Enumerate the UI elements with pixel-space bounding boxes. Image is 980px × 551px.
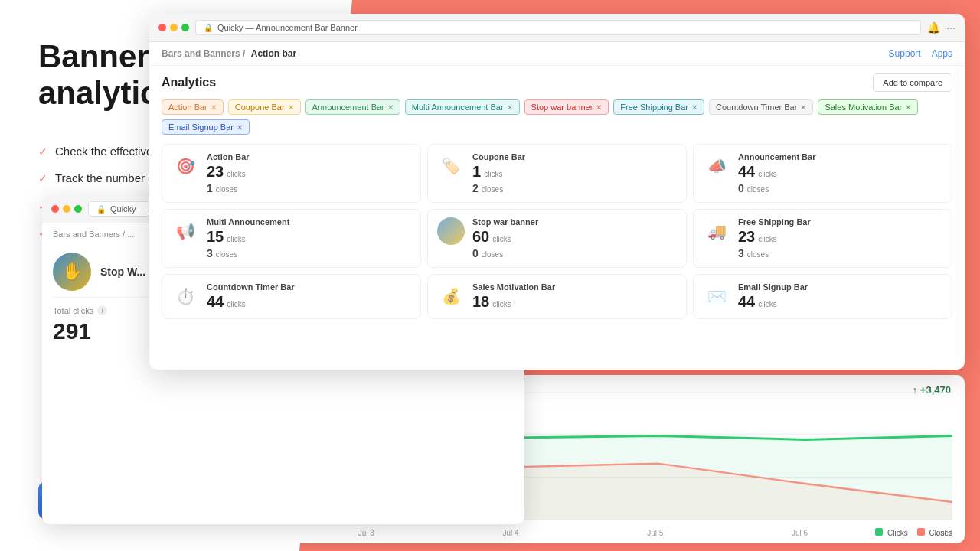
card-icon: 📣	[703, 152, 730, 180]
analytics-cards-grid: 🎯 Action Bar 23 clicks 1 closes	[162, 144, 952, 319]
window-controls	[51, 205, 82, 213]
card-info: Multi Announcement 15 clicks 3 closes	[207, 217, 289, 259]
tag-sales-motivation[interactable]: Sales Motivation Bar ✕	[818, 99, 918, 115]
tag-free-shipping[interactable]: Free Shipping Bar ✕	[613, 99, 704, 115]
tag-close-icon[interactable]: ✕	[387, 103, 394, 112]
browser-toolbar: 🔒 Quicky — Announcement Bar Banner 🔔 ···	[149, 14, 965, 42]
url-bar[interactable]: 🔒 Quicky — Announcement Bar Banner	[195, 20, 921, 35]
card-info: Free Shipping Bar 23 clicks 3 closes	[738, 217, 811, 259]
tag-close-icon[interactable]: ✕	[288, 103, 294, 112]
tag-coupone-bar[interactable]: Coupone Bar ✕	[228, 99, 301, 115]
chart-legend: Clicks Closes	[875, 528, 952, 537]
check-icon: ✓	[38, 145, 47, 160]
tag-action-bar[interactable]: Action Bar ✕	[162, 99, 224, 115]
legend-clicks-dot	[875, 528, 883, 536]
card-action-bar[interactable]: 🎯 Action Bar 23 clicks 1 closes	[162, 144, 421, 203]
card-info: Coupone Bar 1 clicks 2 closes	[472, 152, 525, 194]
card-icon: 🚚	[703, 217, 730, 245]
card-info: Countdown Timer Bar 44 clicks	[207, 282, 295, 311]
add-compare-button[interactable]: Add to compare	[873, 73, 952, 92]
browser-content: Bars and Banners / Action bar Support Ap…	[149, 42, 965, 369]
card-free-shipping[interactable]: 🚚 Free Shipping Bar 23 clicks 3 closes	[693, 209, 952, 268]
maximize-window-dot[interactable]	[74, 205, 82, 213]
tag-close-icon[interactable]: ✕	[237, 123, 243, 132]
card-info: Announcement Bar 44 clicks 0 closes	[738, 152, 815, 194]
nav-links: Support Apps	[889, 48, 952, 59]
more-icon[interactable]: ···	[946, 21, 956, 34]
bell-icon[interactable]: 🔔	[927, 21, 940, 34]
apps-link[interactable]: Apps	[932, 48, 952, 59]
card-icon	[437, 217, 465, 245]
legend-closes-dot	[917, 528, 925, 536]
card-icon: ✉️	[703, 282, 730, 310]
card-icon: 💰	[437, 282, 465, 310]
tag-announcement-bar[interactable]: Announcement Bar ✕	[305, 99, 400, 115]
card-icon: ⏱️	[172, 282, 199, 310]
tag-close-icon[interactable]: ✕	[507, 103, 513, 112]
close-window-dot[interactable]	[158, 24, 166, 31]
analytics-header: Analytics Add to compare	[162, 73, 952, 92]
app-nav-bar: Bars and Banners / Action bar Support Ap…	[149, 42, 965, 66]
tag-close-icon[interactable]: ✕	[596, 103, 602, 112]
analytics-section: Analytics Add to compare Action Bar ✕ Co…	[149, 66, 965, 327]
card-info: Email Signup Bar 44 clicks	[738, 282, 808, 311]
legend-closes: Closes	[917, 528, 952, 537]
card-email-signup[interactable]: ✉️ Email Signup Bar 44 clicks	[693, 274, 952, 319]
browser-actions: 🔔 ···	[927, 21, 956, 34]
tag-close-icon[interactable]: ✕	[800, 103, 806, 112]
breadcrumb: Bars and Banners / Action bar	[162, 48, 296, 59]
tag-stop-war[interactable]: Stop war banner ✕	[524, 99, 609, 115]
stop-war-label: Stop W...	[100, 266, 145, 278]
check-icon: ✓	[38, 171, 47, 187]
card-announcement-bar[interactable]: 📣 Announcement Bar 44 clicks 0 closes	[693, 144, 952, 203]
tag-close-icon[interactable]: ✕	[905, 103, 911, 112]
tag-multi-announcement[interactable]: Multi Announcement Bar ✕	[405, 99, 520, 115]
card-info: Stop war banner 60 clicks 0 closes	[472, 217, 538, 259]
card-info: Action Bar 23 clicks 1 closes	[207, 152, 250, 194]
card-coupone-bar[interactable]: 🏷️ Coupone Bar 1 clicks 2 closes	[427, 144, 687, 203]
minimize-window-dot[interactable]	[63, 205, 70, 213]
card-icon: 🏷️	[437, 152, 465, 180]
card-sales-motivation[interactable]: 💰 Sales Motivation Bar 18 clicks	[427, 274, 687, 319]
main-browser-window: 🔒 Quicky — Announcement Bar Banner 🔔 ···…	[149, 14, 965, 370]
legend-clicks: Clicks	[875, 528, 907, 537]
close-window-dot[interactable]	[51, 205, 59, 213]
stop-war-icon: ✋	[53, 253, 91, 291]
card-countdown-timer[interactable]: ⏱️ Countdown Timer Bar 44 clicks	[162, 274, 421, 319]
card-multi-announcement[interactable]: 📢 Multi Announcement 15 clicks 3 closes	[162, 209, 421, 268]
tag-close-icon[interactable]: ✕	[691, 103, 697, 112]
analytics-title: Analytics	[162, 76, 216, 90]
window-controls	[158, 24, 189, 31]
card-icon: 📢	[172, 217, 199, 245]
card-icon: 🎯	[172, 152, 199, 180]
tag-close-icon[interactable]: ✕	[211, 103, 217, 112]
support-link[interactable]: Support	[889, 48, 921, 59]
minimize-window-dot[interactable]	[170, 24, 178, 31]
tag-email-signup[interactable]: Email Signup Bar ✕	[162, 119, 250, 135]
tag-filters: Action Bar ✕ Coupone Bar ✕ Announcement …	[162, 99, 952, 135]
card-info: Sales Motivation Bar 18 clicks	[472, 282, 555, 311]
card-stop-war[interactable]: Stop war banner 60 clicks 0 closes	[427, 209, 687, 268]
maximize-window-dot[interactable]	[181, 24, 189, 31]
tag-countdown[interactable]: Countdown Timer Bar ✕	[709, 99, 813, 115]
